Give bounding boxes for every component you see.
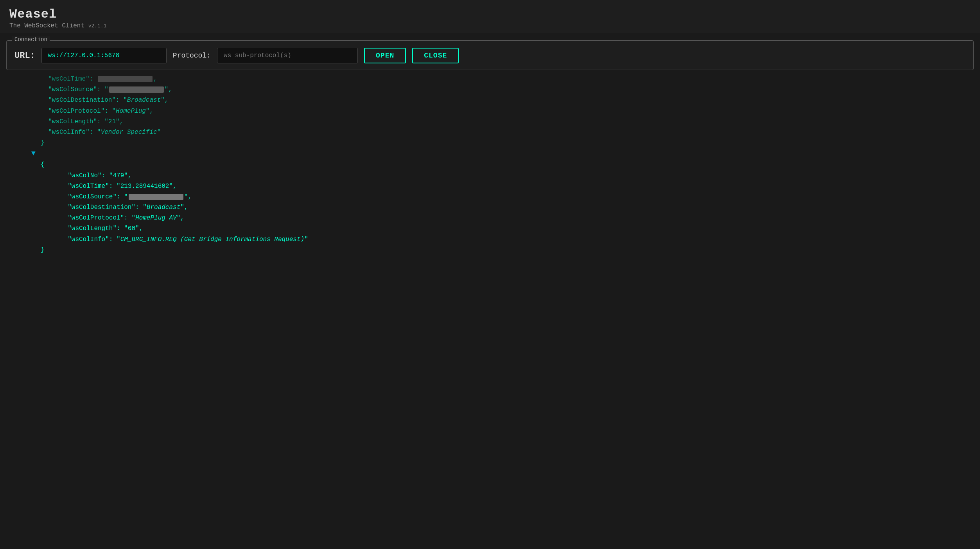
info-value-2: CM_BRG_INFO.REQ (Get Bridge Informations… [120,236,304,243]
json-block-2: { "wsColNo": "479", "wsColTime": "213.28… [9,160,971,256]
length-value-1: 21 [108,118,116,125]
messages-area: "wsColTime": , "wsColSource": " ", "wsCo… [0,74,980,256]
protocol-value-2: HomePlug AV [135,214,177,221]
collapse-triangle: ▼ [31,148,36,159]
connection-row: URL: Protocol: OPEN CLOSE [14,48,966,63]
partial-wsColTime-line: "wsColTime": , [41,74,971,85]
app-subtitle: The WebSocket Client v2.1.1 [9,22,971,29]
destination-value-2: Broadcast [147,204,180,211]
wsColProtocol-line-2: "wsColProtocol": "HomePlug AV", [60,213,971,223]
app-container: Weasel The WebSocket Client v2.1.1 Conne… [0,0,980,256]
wsColDestination-line-2: "wsColDestination": "Broadcast", [60,202,971,213]
wsColNo-line: "wsColNo": "479", [60,171,971,181]
protocol-label: Protocol: [173,52,211,59]
redacted-source-1 [109,86,164,93]
close-button[interactable]: CLOSE [412,48,459,63]
wsColLength-line-1: "wsColLength": "21", [41,117,971,127]
protocol-value-1: HomePlug [116,108,146,115]
app-title: Weasel [9,7,971,22]
close-brace-2: } [41,245,971,256]
open-button[interactable]: OPEN [364,48,406,63]
url-input[interactable] [41,48,167,63]
length-value-2: 60 [128,225,135,232]
wsColLength-line-2: "wsColLength": "60", [60,223,971,234]
open-brace-2: { [41,160,971,170]
triangle-marker: ▼ [9,148,971,160]
json-block-1: "wsColTime": , "wsColSource": " ", "wsCo… [9,74,971,148]
wsColSource-line-2: "wsColSource": " ", [60,192,971,202]
app-version: v2.1.1 [88,23,107,29]
app-header: Weasel The WebSocket Client v2.1.1 [0,0,980,33]
destination-value-1: Broadcast [127,97,161,104]
coltime-value: 213.289441602 [120,183,169,190]
wsColInfo-line-1: "wsColInfo": "Vendor Specific" [41,127,971,138]
connection-label: Connection [12,36,50,43]
wsColDestination-line-1: "wsColDestination": "Broadcast", [41,95,971,106]
protocol-input[interactable] [217,48,358,63]
redacted-value-1 [98,76,153,82]
url-label: URL: [14,51,35,61]
info-value-1: Vendor Specific [101,129,157,136]
wsColSource-line-1: "wsColSource": " ", [41,85,971,95]
wsColTime-line-2: "wsColTime": "213.289441602", [60,181,971,192]
colno-value: 479 [113,172,124,179]
subtitle-text: The WebSocket Client [9,22,84,29]
wsColProtocol-line-1: "wsColProtocol": "HomePlug", [41,106,971,117]
wsColInfo-line-2: "wsColInfo": "CM_BRG_INFO.REQ (Get Bridg… [60,234,971,245]
redacted-source-2 [129,194,183,200]
close-brace-1: } [41,138,971,148]
connection-section: Connection URL: Protocol: OPEN CLOSE [6,40,974,70]
